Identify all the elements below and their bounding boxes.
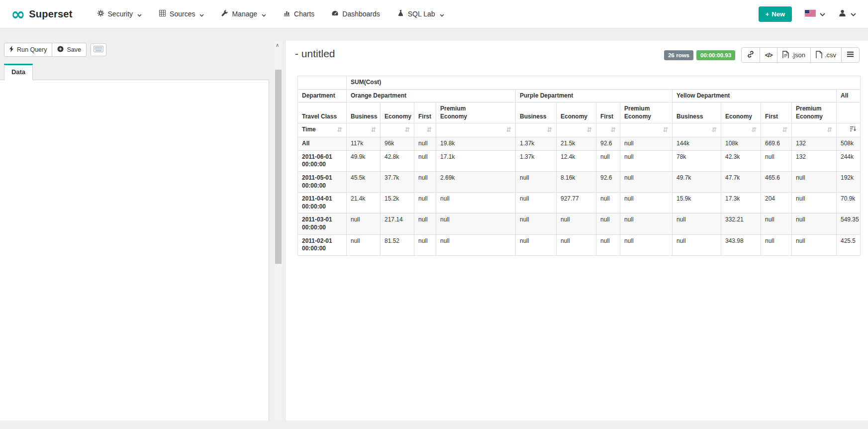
- row-count-badge: 26 rows: [664, 50, 693, 60]
- export-csv-button[interactable]: .csv: [810, 47, 842, 63]
- data-cell: null: [414, 193, 436, 214]
- data-cell: 49.9k: [347, 150, 381, 171]
- data-cell: 669.6: [761, 137, 792, 151]
- sort-row: Time⇵⇵⇵⇵⇵⇵⇵⇵⇵⇵⇵⇵⇵: [298, 123, 861, 137]
- nav-label: Security: [108, 10, 133, 18]
- chart-title[interactable]: - untitled: [295, 48, 335, 60]
- data-cell: null: [761, 150, 792, 171]
- header-cell: Business: [347, 103, 381, 123]
- row-label-cell: 2011-05-01 00:00:00: [298, 172, 347, 193]
- sort-cell: ⇵: [436, 123, 516, 137]
- header-cell: Business: [673, 103, 721, 123]
- data-cell: 217.14: [381, 214, 414, 234]
- nav-item-security[interactable]: Security: [89, 0, 151, 28]
- header-cell: First: [414, 103, 436, 123]
- sort-icon[interactable]: ⇵: [663, 126, 668, 133]
- data-cell: 108k: [721, 137, 761, 151]
- run-query-button[interactable]: Run Query: [4, 43, 52, 57]
- scrollbar-thumb[interactable]: [275, 70, 282, 264]
- data-cell: null: [792, 214, 837, 234]
- keyboard-shortcuts-button[interactable]: [91, 43, 106, 56]
- data-cell: 117k: [347, 137, 381, 151]
- data-cell: 81.52: [381, 234, 414, 255]
- user-menu[interactable]: [838, 9, 856, 19]
- sort-icon[interactable]: ⇵: [547, 126, 552, 133]
- header-cell: Economy: [557, 103, 596, 123]
- data-cell: null: [414, 234, 436, 255]
- sort-cell: [837, 123, 861, 137]
- nav-item-sources[interactable]: Sources: [150, 0, 212, 28]
- bolt-icon: [9, 46, 14, 54]
- header-cell: Purple Department: [516, 89, 673, 103]
- chart-menu-button[interactable]: [841, 47, 860, 63]
- csv-label: .csv: [825, 51, 836, 59]
- sort-icon[interactable]: ⇵: [337, 126, 342, 133]
- data-cell: null: [436, 214, 516, 234]
- panel-scrollbar[interactable]: ∧: [275, 41, 282, 421]
- sort-cell: ⇵: [721, 123, 761, 137]
- sort-cell: ⇵: [620, 123, 673, 137]
- new-button-label: New: [772, 10, 785, 18]
- nav-item-sql-lab[interactable]: SQL Lab: [388, 0, 453, 28]
- metric-header-row: SUM(Cost): [298, 76, 861, 90]
- sort-amount-desc-icon[interactable]: [850, 126, 856, 133]
- data-cell: null: [436, 234, 516, 255]
- sort-icon[interactable]: ⇵: [506, 126, 511, 133]
- sort-icon[interactable]: ⇵: [404, 126, 410, 133]
- sort-icon[interactable]: ⇵: [827, 126, 832, 133]
- view-query-button[interactable]: </>: [760, 47, 777, 63]
- chevron-down-icon: [440, 10, 444, 18]
- nav-item-charts[interactable]: Charts: [275, 0, 323, 28]
- save-button[interactable]: Save: [52, 43, 87, 57]
- nav-item-dashboards[interactable]: Dashboards: [323, 0, 388, 28]
- export-json-button[interactable]: .json: [777, 47, 810, 63]
- csv-file-icon: [816, 51, 822, 60]
- data-cell: 19.8k: [436, 137, 516, 151]
- header-cell: Orange Department: [347, 89, 516, 103]
- language-selector[interactable]: [805, 9, 825, 18]
- header-cell: First: [761, 103, 792, 123]
- data-cell: 92.6: [596, 137, 620, 151]
- scroll-up-icon[interactable]: ∧: [276, 42, 279, 48]
- nav-item-manage[interactable]: Manage: [212, 0, 275, 28]
- infinity-logo-icon: ∞: [11, 7, 25, 21]
- nav-label: Sources: [170, 10, 195, 18]
- data-cell: null: [414, 137, 436, 151]
- link-icon: [747, 50, 755, 60]
- sort-icon[interactable]: ⇵: [610, 126, 616, 133]
- header-cell: First: [596, 103, 620, 123]
- share-link-button[interactable]: [741, 47, 760, 63]
- table-row: 2011-05-01 00:00:0045.5k37.7knull2.69knu…: [298, 172, 861, 193]
- sort-cell: ⇵: [347, 123, 381, 137]
- data-cell: null: [620, 172, 673, 193]
- header-cell: Business: [516, 103, 557, 123]
- new-button[interactable]: + New: [759, 6, 792, 22]
- save-label: Save: [67, 46, 81, 53]
- data-cell: 96k: [381, 137, 414, 151]
- data-cell: null: [557, 234, 596, 255]
- flask-icon: [397, 9, 404, 18]
- data-cell: 132: [792, 150, 837, 171]
- header-cell: Travel Class: [298, 103, 347, 123]
- data-cell: 37.7k: [381, 172, 414, 193]
- sort-icon[interactable]: ⇵: [782, 126, 787, 133]
- sort-icon[interactable]: ⇵: [711, 126, 717, 133]
- sort-icon[interactable]: ⇵: [751, 126, 757, 133]
- gears-icon: [97, 9, 104, 18]
- header-cell: [837, 103, 861, 123]
- data-cell: 465.6: [761, 172, 792, 193]
- data-cell: null: [620, 150, 673, 171]
- sort-icon[interactable]: ⇵: [586, 126, 592, 133]
- data-cell: 92.6: [596, 172, 620, 193]
- superset-logo[interactable]: ∞ Superset: [11, 7, 73, 21]
- data-cell: 204: [761, 193, 792, 214]
- sort-icon[interactable]: ⇵: [371, 126, 376, 133]
- data-cell: null: [557, 214, 596, 234]
- data-cell: null: [596, 150, 620, 171]
- table-grid-icon: [159, 9, 166, 18]
- chevron-down-icon: [820, 9, 825, 18]
- tab-data[interactable]: Data: [4, 64, 33, 80]
- hamburger-menu-icon: [847, 51, 854, 59]
- sort-icon[interactable]: ⇵: [426, 126, 432, 133]
- nav-menu: Security Sources Manage Charts Dashboard…: [89, 0, 453, 28]
